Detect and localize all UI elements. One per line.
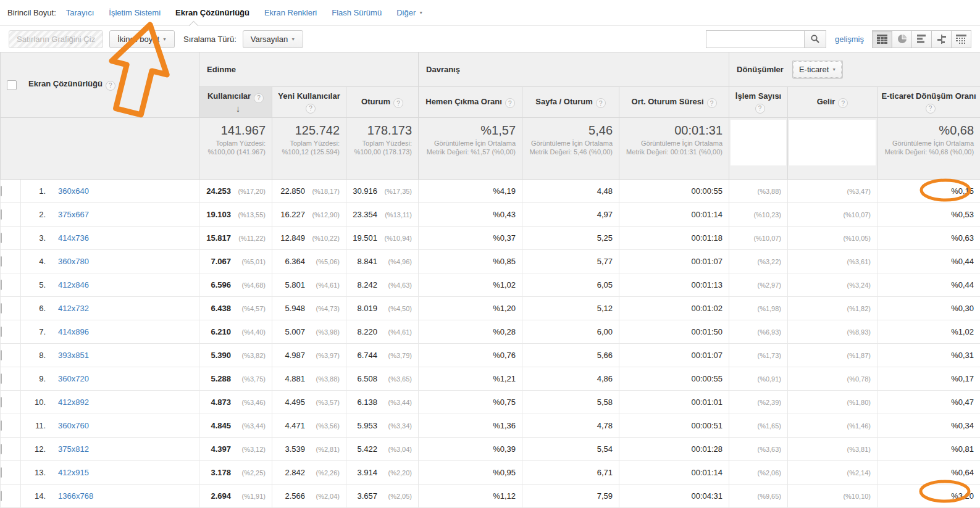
row-rank: 10. — [21, 398, 46, 407]
tab-i-letim-sistemi[interactable]: İşletim Sistemi — [109, 8, 161, 17]
summary-transactions — [729, 118, 788, 180]
column-header-ecommerce-conv-rate[interactable]: E-ticaret Dönüşüm Oranı — [877, 87, 980, 118]
row-checkbox[interactable] — [1, 467, 2, 478]
resolution-link[interactable]: 414x736 — [58, 233, 89, 243]
resolution-link[interactable]: 412x846 — [58, 280, 89, 289]
resolution-link[interactable]: 412x915 — [58, 468, 89, 477]
revenue-cell: (%1,46) — [788, 414, 877, 438]
resolution-cell: 8.393x851 — [21, 344, 199, 367]
summary-sessions: 178.173Toplam Yüzdesi: %100,00 (178.173) — [346, 118, 419, 180]
sessions-cell: 5.953(%3,34) — [346, 414, 419, 438]
column-header-avg-session-duration[interactable]: Ort. Oturum Süresi — [619, 87, 729, 118]
chevron-down-icon — [416, 8, 423, 17]
resolution-link[interactable]: 375x667 — [58, 210, 89, 219]
resolution-link[interactable]: 393x851 — [58, 351, 89, 360]
new-users-cell: 5.801(%4,61) — [272, 273, 346, 297]
sort-type-label: Sıralama Türü: — [183, 35, 237, 44]
row-checkbox[interactable] — [1, 280, 2, 290]
help-icon[interactable] — [106, 81, 115, 91]
advanced-search-link[interactable]: gelişmiş — [835, 35, 864, 44]
resolution-cell: 4.360x780 — [21, 250, 199, 273]
resolution-link[interactable]: 360x720 — [58, 374, 89, 383]
row-checkbox[interactable] — [1, 420, 2, 431]
percentage-view-button[interactable] — [892, 30, 912, 48]
sessions-cell: 3.657(%2,05) — [346, 485, 419, 508]
tab-flash-s-r-m-[interactable]: Flash Sürümü — [332, 8, 382, 17]
revenue-cell: (%2,14) — [788, 461, 877, 485]
group-header-acquisition: Edinme — [199, 52, 419, 87]
row-checkbox[interactable] — [1, 444, 2, 454]
column-header-transactions[interactable]: İşlem Sayısı — [729, 87, 788, 118]
row-checkbox[interactable] — [1, 327, 2, 337]
resolution-link[interactable]: 360x780 — [58, 257, 89, 266]
bounce-rate-cell: %1,21 — [419, 367, 522, 391]
performance-view-button[interactable] — [911, 30, 932, 48]
resolution-link[interactable]: 360x640 — [58, 186, 89, 196]
help-icon[interactable] — [838, 98, 848, 108]
help-icon[interactable] — [755, 104, 765, 114]
table-row: 11.360x760 4.845(%3,44) 4.471(%3,56) 5.9… — [1, 414, 980, 438]
row-rank: 4. — [21, 257, 46, 266]
users-cell: 7.067(%5,01) — [199, 250, 272, 273]
transactions-cell: (%1,73) — [729, 344, 788, 367]
row-checkbox[interactable] — [1, 256, 2, 267]
search-input[interactable] — [706, 30, 805, 48]
resolution-link[interactable]: 375x812 — [58, 444, 89, 454]
help-icon[interactable] — [505, 98, 515, 108]
row-checkbox[interactable] — [1, 303, 2, 314]
row-checkbox[interactable] — [1, 397, 2, 407]
redacted-area — [789, 120, 876, 165]
help-icon[interactable] — [393, 98, 403, 108]
secondary-dimension-button[interactable]: İkincil boyut — [109, 30, 175, 48]
help-icon[interactable] — [926, 104, 936, 114]
column-header-sessions[interactable]: Oturum — [346, 87, 419, 118]
search-button[interactable] — [804, 30, 826, 48]
resolution-link[interactable]: 412x892 — [58, 398, 89, 407]
tab-ekran-z-n-rl-[interactable]: Ekran Çözünürlüğü — [175, 8, 249, 17]
column-header-users[interactable]: Kullanıcılar↓ — [199, 87, 272, 118]
help-icon[interactable] — [306, 104, 316, 114]
resolution-cell: 7.414x896 — [21, 320, 199, 344]
help-icon[interactable] — [707, 98, 717, 108]
column-header-revenue[interactable]: Gelir — [788, 87, 877, 118]
table-view-button[interactable] — [872, 30, 892, 48]
select-all-checkbox[interactable] — [7, 80, 17, 90]
column-header-pages-per-session[interactable]: Sayfa / Oturum — [522, 87, 619, 118]
bounce-rate-cell: %0,75 — [419, 391, 522, 414]
resolution-link[interactable]: 414x896 — [58, 327, 89, 336]
row-rank: 13. — [21, 468, 46, 477]
resolution-link[interactable]: 1366x768 — [58, 491, 93, 501]
table-row: 13.412x915 3.178(%2,25) 2.842(%2,26) 3.9… — [1, 461, 980, 485]
row-checkbox[interactable] — [1, 186, 2, 196]
tab-taray-c-[interactable]: Tarayıcı — [66, 8, 94, 17]
column-header-bounce-rate[interactable]: Hemen Çıkma Oranı — [419, 87, 522, 118]
row-checkbox[interactable] — [1, 373, 2, 384]
table-row: 10.412x892 4.873(%3,46) 4.495(%3,57) 6.1… — [1, 391, 980, 414]
transactions-cell: (%10,23) — [729, 203, 788, 227]
chevron-down-icon — [288, 35, 295, 44]
dimension-header-cell: Ekran Çözünürlüğü — [1, 52, 199, 118]
row-checkbox[interactable] — [1, 233, 2, 243]
conversion-goal-dropdown[interactable]: E-ticaret — [792, 60, 843, 79]
row-checkbox-cell — [1, 414, 21, 438]
help-icon[interactable] — [596, 98, 606, 108]
tab-di-er[interactable]: Diğer — [396, 8, 423, 17]
resolution-link[interactable]: 360x760 — [58, 421, 89, 430]
report-table: Ekran Çözünürlüğü Edinme Davranış Dönüşü… — [0, 52, 980, 508]
sort-type-dropdown[interactable]: Varsayılan — [243, 30, 303, 48]
resolution-link[interactable]: 412x732 — [58, 304, 89, 313]
pivot-view-button[interactable] — [951, 30, 971, 48]
transactions-cell: (%3,22) — [729, 250, 788, 273]
help-icon[interactable] — [254, 93, 264, 103]
column-header-new-users[interactable]: Yeni Kullanıcılar — [272, 87, 346, 118]
new-users-cell: 4.987(%3,97) — [272, 344, 346, 367]
new-users-cell: 4.471(%3,56) — [272, 414, 346, 438]
row-rank: 5. — [21, 280, 46, 289]
row-checkbox[interactable] — [1, 491, 2, 501]
pages-per-session-cell: 6,71 — [522, 461, 619, 485]
sessions-cell: 8.841(%4,96) — [346, 250, 419, 273]
row-checkbox[interactable] — [1, 350, 2, 360]
tab-ekran-renkleri[interactable]: Ekran Renkleri — [264, 8, 317, 17]
row-checkbox[interactable] — [1, 209, 2, 220]
comparison-view-button[interactable] — [931, 30, 952, 48]
